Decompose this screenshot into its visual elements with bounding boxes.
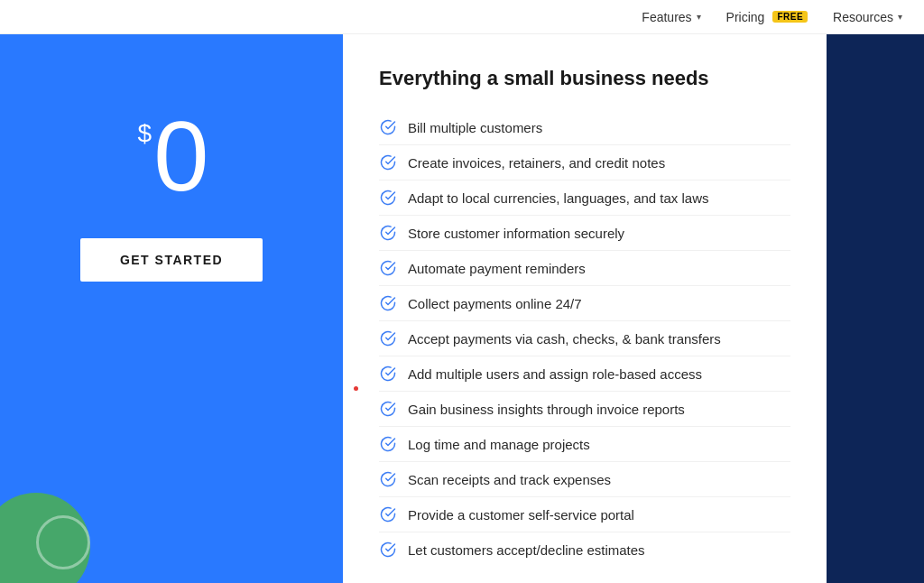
feature-item: Create invoices, retainers, and credit n… — [379, 145, 790, 180]
nav-resources[interactable]: Resources ▾ — [833, 10, 902, 24]
right-panel — [827, 34, 924, 583]
check-circle-icon — [379, 400, 397, 418]
page-body: $ 0 GET STARTED Everything a small busin… — [0, 34, 924, 583]
check-circle-icon — [379, 365, 397, 383]
feature-text: Create invoices, retainers, and credit n… — [408, 155, 665, 171]
features-title: Everything a small business needs — [379, 67, 790, 90]
check-circle-icon — [379, 259, 397, 277]
check-circle-icon — [379, 294, 397, 312]
price-display: $ 0 — [138, 106, 206, 206]
check-circle-icon — [379, 189, 397, 207]
check-circle-icon — [379, 224, 397, 242]
feature-item: Adapt to local currencies, languages, an… — [379, 180, 790, 216]
currency-symbol: $ — [138, 119, 152, 148]
check-circle-icon — [379, 329, 397, 347]
feature-item: Let customers accept/decline estimates — [379, 532, 790, 567]
feature-item: Store customer information securely — [379, 216, 790, 251]
navbar: Features ▾ Pricing FREE Resources ▾ — [0, 0, 924, 34]
center-panel: Everything a small business needs Bill m… — [343, 34, 827, 583]
chevron-down-icon-resources: ▾ — [898, 12, 902, 22]
feature-text: Add multiple users and assign role-based… — [408, 366, 702, 382]
nav-features[interactable]: Features ▾ — [642, 10, 700, 24]
feature-text: Scan receipts and track expenses — [408, 472, 611, 487]
feature-list: Bill multiple customers Create invoices,… — [379, 110, 790, 567]
feature-text: Collect payments online 24/7 — [408, 296, 582, 311]
price-amount: 0 — [153, 106, 205, 206]
feature-item: Scan receipts and track expenses — [379, 462, 790, 497]
check-circle-icon — [379, 435, 397, 453]
feature-text: Store customer information securely — [408, 226, 624, 241]
get-started-button[interactable]: GET STARTED — [80, 238, 263, 282]
pricing-free-badge: FREE — [772, 11, 808, 23]
nav-features-label: Features — [642, 10, 691, 24]
feature-item: Automate payment reminders — [379, 251, 790, 286]
feature-text: Let customers accept/decline estimates — [408, 542, 645, 558]
feature-item: Gain business insights through invoice r… — [379, 392, 790, 427]
feature-text: Log time and manage projects — [408, 437, 590, 452]
feature-item: Collect payments online 24/7 — [379, 286, 790, 321]
feature-text: Accept payments via cash, checks, & bank… — [408, 331, 721, 347]
red-dot-indicator — [354, 386, 358, 391]
feature-item: Bill multiple customers — [379, 110, 790, 145]
check-circle-icon — [379, 153, 397, 171]
nav-resources-label: Resources — [833, 10, 893, 24]
nav-pricing[interactable]: Pricing FREE — [726, 10, 808, 24]
decorative-circle-inner — [36, 515, 90, 569]
check-circle-icon — [379, 541, 397, 559]
feature-item: Add multiple users and assign role-based… — [379, 356, 790, 392]
feature-text: Adapt to local currencies, languages, an… — [408, 190, 709, 206]
feature-text: Bill multiple customers — [408, 120, 542, 135]
feature-text: Automate payment reminders — [408, 261, 586, 276]
feature-text: Provide a customer self-service portal — [408, 507, 634, 523]
nav-pricing-label: Pricing — [726, 10, 765, 24]
feature-item: Provide a customer self-service portal — [379, 497, 790, 532]
feature-item: Log time and manage projects — [379, 427, 790, 462]
feature-text: Gain business insights through invoice r… — [408, 402, 685, 417]
check-circle-icon — [379, 505, 397, 523]
chevron-down-icon: ▾ — [697, 12, 701, 22]
left-panel: $ 0 GET STARTED — [0, 34, 343, 583]
check-circle-icon — [379, 470, 397, 488]
check-circle-icon — [379, 118, 397, 136]
feature-item: Accept payments via cash, checks, & bank… — [379, 321, 790, 356]
